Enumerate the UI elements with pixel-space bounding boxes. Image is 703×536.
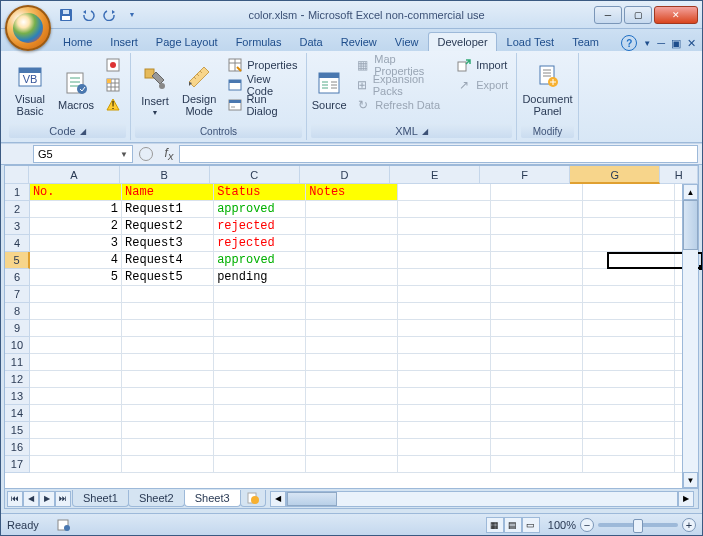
zoom-in-button[interactable]: + xyxy=(682,518,696,532)
cell[interactable] xyxy=(30,337,122,354)
namebox-dropdown-icon[interactable]: ▼ xyxy=(120,150,128,159)
sheet-tab[interactable]: Sheet1 xyxy=(72,490,129,507)
cell[interactable] xyxy=(30,405,122,422)
row-header[interactable]: 3 xyxy=(5,218,30,235)
cell[interactable] xyxy=(491,371,583,388)
col-header[interactable]: G xyxy=(570,166,660,184)
cell[interactable] xyxy=(491,269,583,286)
cell[interactable] xyxy=(30,320,122,337)
cell[interactable] xyxy=(491,337,583,354)
cell[interactable] xyxy=(583,320,675,337)
cell[interactable] xyxy=(583,303,675,320)
cell[interactable] xyxy=(398,269,490,286)
row-header[interactable]: 7 xyxy=(5,286,30,303)
row-header[interactable]: 10 xyxy=(5,337,30,354)
cell[interactable] xyxy=(398,422,490,439)
cell[interactable] xyxy=(583,235,675,252)
cell[interactable] xyxy=(30,303,122,320)
cell[interactable] xyxy=(491,201,583,218)
cell[interactable] xyxy=(122,303,214,320)
zoom-out-button[interactable]: − xyxy=(580,518,594,532)
tab-next-icon[interactable]: ▶ xyxy=(39,491,55,507)
cell[interactable] xyxy=(583,456,675,473)
cell[interactable] xyxy=(306,422,398,439)
row-header[interactable]: 12 xyxy=(5,371,30,388)
row-header[interactable]: 4 xyxy=(5,235,30,252)
tab-load-test[interactable]: Load Test xyxy=(499,33,563,51)
cell[interactable] xyxy=(583,252,675,269)
cell[interactable] xyxy=(306,456,398,473)
cell[interactable] xyxy=(583,286,675,303)
cell[interactable] xyxy=(214,286,306,303)
cell[interactable]: Request3 xyxy=(122,235,214,252)
cell[interactable]: No. xyxy=(30,184,122,201)
office-button[interactable] xyxy=(5,5,51,51)
cell[interactable] xyxy=(306,303,398,320)
document-panel-button[interactable]: Document Panel xyxy=(521,55,574,125)
source-button[interactable]: Source xyxy=(311,55,347,124)
cell[interactable] xyxy=(306,235,398,252)
select-all-corner[interactable] xyxy=(5,166,29,184)
cell[interactable] xyxy=(491,303,583,320)
xml-launcher-icon[interactable]: ◢ xyxy=(422,127,428,136)
cell[interactable]: Status xyxy=(214,184,306,201)
cell[interactable]: 5 xyxy=(30,269,122,286)
cell[interactable]: Notes xyxy=(306,184,398,201)
cell[interactable] xyxy=(122,456,214,473)
row-header[interactable]: 6 xyxy=(5,269,30,286)
run-dialog-button[interactable]: Run Dialog xyxy=(223,95,302,115)
cell[interactable] xyxy=(122,422,214,439)
cell[interactable] xyxy=(583,201,675,218)
qat-dropdown-icon[interactable]: ▼ xyxy=(123,6,141,24)
cell[interactable] xyxy=(122,286,214,303)
minimize-button[interactable]: ─ xyxy=(594,6,622,24)
cell[interactable] xyxy=(491,218,583,235)
workbook-minimize-icon[interactable]: ─ xyxy=(657,37,665,49)
sheet-tab[interactable]: Sheet3 xyxy=(184,490,241,507)
vertical-scrollbar[interactable]: ▲ ▼ xyxy=(682,184,698,488)
row-header[interactable]: 16 xyxy=(5,439,30,456)
cell[interactable] xyxy=(30,388,122,405)
cell[interactable] xyxy=(30,439,122,456)
page-break-view-icon[interactable]: ▭ xyxy=(522,517,540,533)
col-header[interactable]: A xyxy=(29,166,119,184)
row-header[interactable]: 14 xyxy=(5,405,30,422)
cell[interactable] xyxy=(306,269,398,286)
save-icon[interactable] xyxy=(57,6,75,24)
cell[interactable]: rejected xyxy=(214,235,306,252)
tab-data[interactable]: Data xyxy=(291,33,330,51)
col-header[interactable]: H xyxy=(660,166,698,184)
cell[interactable] xyxy=(583,184,675,201)
cell[interactable] xyxy=(398,337,490,354)
cell[interactable] xyxy=(491,456,583,473)
tab-formulas[interactable]: Formulas xyxy=(228,33,290,51)
cell[interactable] xyxy=(122,371,214,388)
vscroll-thumb[interactable] xyxy=(683,200,698,250)
cell[interactable]: Request4 xyxy=(122,252,214,269)
cell[interactable] xyxy=(583,371,675,388)
cell[interactable] xyxy=(398,218,490,235)
cell[interactable] xyxy=(491,252,583,269)
cell[interactable] xyxy=(214,320,306,337)
col-header[interactable]: F xyxy=(480,166,570,184)
design-mode-button[interactable]: Design Mode xyxy=(179,55,219,125)
cell[interactable] xyxy=(214,371,306,388)
cell[interactable] xyxy=(122,320,214,337)
formula-bar[interactable] xyxy=(179,145,698,163)
cell[interactable] xyxy=(306,320,398,337)
col-header[interactable]: C xyxy=(210,166,300,184)
cell[interactable] xyxy=(306,388,398,405)
hscroll-thumb[interactable] xyxy=(287,492,337,506)
insert-control-button[interactable]: Insert▼ xyxy=(135,55,175,125)
cell[interactable] xyxy=(306,354,398,371)
cell[interactable]: Request1 xyxy=(122,201,214,218)
maximize-button[interactable]: ▢ xyxy=(624,6,652,24)
cell[interactable] xyxy=(214,303,306,320)
cell[interactable] xyxy=(214,439,306,456)
tab-last-icon[interactable]: ⏭ xyxy=(55,491,71,507)
tab-developer[interactable]: Developer xyxy=(428,32,496,51)
visual-basic-button[interactable]: VBVisual Basic xyxy=(9,55,51,124)
cell[interactable] xyxy=(398,184,490,201)
cell[interactable]: Name xyxy=(122,184,214,201)
zoom-level[interactable]: 100% xyxy=(548,519,576,531)
